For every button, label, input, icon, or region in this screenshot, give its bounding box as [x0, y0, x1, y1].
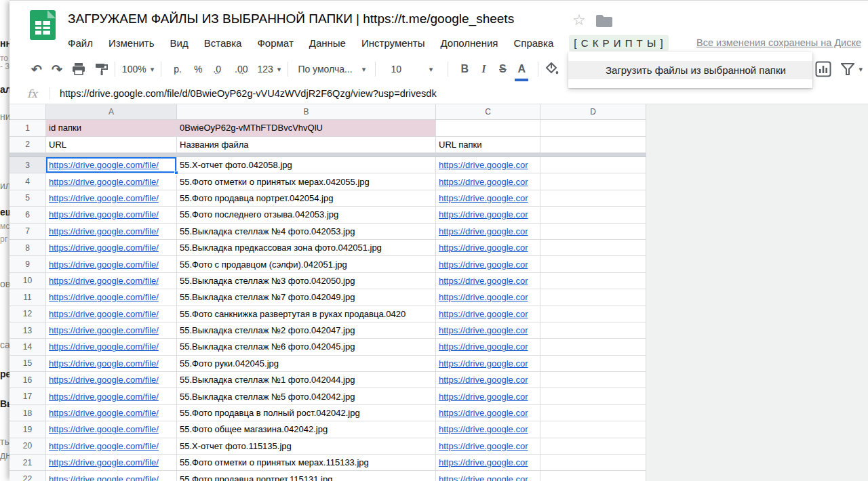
row-number[interactable]: 22	[9, 471, 46, 481]
empty-cell[interactable]	[540, 372, 646, 388]
empty-cell[interactable]	[540, 322, 646, 339]
file-link[interactable]: https://drive.google.com/file/	[49, 292, 159, 302]
menu-item[interactable]: Инструменты	[361, 37, 425, 49]
font-size-select[interactable]: 10▾	[382, 60, 441, 79]
file-url-cell[interactable]: https://drive.google.com/file/	[46, 405, 177, 421]
folder-url-cell[interactable]: https://drive.google.cor	[436, 322, 540, 339]
file-link[interactable]: https://drive.google.com/file/	[49, 309, 159, 319]
file-link[interactable]: https://drive.google.com/file/	[49, 392, 159, 402]
empty-cell[interactable]	[540, 256, 646, 272]
file-name-cell[interactable]: 55.Выкладка стеллаж №1 фото.042044.jpg	[177, 372, 436, 388]
folder-link[interactable]: https://drive.google.cor	[439, 474, 528, 481]
strikethrough-button[interactable]: S	[493, 60, 512, 79]
row-number[interactable]: 2	[9, 137, 46, 154]
file-url-cell[interactable]: https://drive.google.com/file/	[46, 207, 177, 223]
empty-cell[interactable]	[540, 289, 646, 306]
cell-id-label[interactable]: id папки	[46, 120, 177, 137]
empty-cell[interactable]	[436, 120, 540, 137]
empty-cell[interactable]	[540, 339, 646, 355]
cell-filename-header[interactable]: Названия файла	[177, 137, 436, 154]
row-number[interactable]: 21	[9, 455, 46, 471]
file-link[interactable]: https://drive.google.com/file/	[49, 226, 159, 236]
empty-cell[interactable]	[540, 224, 646, 240]
row-number[interactable]: 8	[9, 240, 46, 256]
folder-url-cell[interactable]: https://drive.google.cor	[436, 356, 540, 372]
paint-format-button[interactable]	[95, 60, 108, 79]
folder-url-cell[interactable]: https://drive.google.cor	[436, 438, 540, 455]
file-link[interactable]: https://drive.google.com/file/	[49, 276, 159, 286]
row-number[interactable]: 12	[9, 306, 46, 322]
folder-link[interactable]: https://drive.google.cor	[439, 292, 528, 302]
empty-cell[interactable]	[540, 120, 646, 137]
file-link[interactable]: https://drive.google.com/file/	[49, 325, 159, 335]
row-number[interactable]: 7	[9, 224, 46, 240]
row-number[interactable]: 4	[9, 173, 46, 190]
file-url-cell[interactable]: https://drive.google.com/file/	[46, 388, 177, 404]
file-url-cell[interactable]: https://drive.google.com/file/	[46, 157, 177, 173]
row-number[interactable]: 11	[9, 289, 46, 306]
folder-url-cell[interactable]: https://drive.google.cor	[436, 306, 540, 322]
menu-item[interactable]: Изменить	[108, 37, 155, 49]
file-name-cell[interactable]: 55.Фото отметки о принятых мерах.042055.…	[177, 173, 436, 190]
folder-url-cell[interactable]: https://drive.google.cor	[436, 289, 540, 306]
row-number[interactable]: 14	[9, 339, 46, 355]
formula-input[interactable]: https://drive.google.com/file/d/0BwieOyP…	[60, 88, 437, 99]
menu-item[interactable]: Формат	[257, 37, 293, 49]
empty-cell[interactable]	[540, 421, 646, 438]
redo-button[interactable]: ↷	[52, 60, 62, 79]
file-link[interactable]: https://drive.google.com/file/	[49, 259, 159, 270]
fill-color-button[interactable]	[545, 60, 559, 79]
empty-cell[interactable]	[540, 388, 646, 404]
file-url-cell[interactable]: https://drive.google.com/file/	[46, 421, 177, 438]
folder-url-cell[interactable]: https://drive.google.cor	[436, 421, 540, 438]
file-url-cell[interactable]: https://drive.google.com/file/	[46, 289, 177, 306]
file-name-cell[interactable]: 55.Фото последнего отзыва.042053.jpg	[177, 207, 436, 223]
file-name-cell[interactable]: 55.Выкладка стеллаж №7 фото.042049.jpg	[177, 289, 436, 306]
folder-url-cell[interactable]: https://drive.google.cor	[436, 455, 540, 471]
folder-link[interactable]: https://drive.google.cor	[439, 325, 528, 335]
menu-item[interactable]: Вид	[170, 37, 189, 49]
menu-item[interactable]: Файл	[68, 37, 93, 49]
chevron-down-icon[interactable]: ▾	[859, 65, 863, 74]
row-number[interactable]: 19	[9, 421, 46, 438]
undo-button[interactable]: ↶	[31, 60, 42, 79]
folder-link[interactable]: https://drive.google.cor	[439, 177, 528, 187]
file-name-cell[interactable]: 55.Фото продавца портрет.115131.jpg	[177, 471, 436, 481]
file-url-cell[interactable]: https://drive.google.com/file/	[46, 256, 177, 272]
filter-button[interactable]	[841, 60, 854, 79]
row-number[interactable]: 6	[9, 207, 46, 223]
column-header[interactable]: B	[177, 104, 436, 120]
empty-cell[interactable]	[540, 405, 646, 421]
file-name-cell[interactable]: 55.Выкладка стеллаж №2 фото.042047.jpg	[177, 322, 436, 339]
folder-link[interactable]: https://drive.google.cor	[439, 193, 528, 203]
file-link[interactable]: https://drive.google.com/file/	[49, 441, 159, 451]
column-header[interactable]: D	[540, 104, 646, 120]
row-number[interactable]: 10	[9, 273, 46, 289]
folder-url-cell[interactable]: https://drive.google.cor	[436, 224, 540, 240]
selection-fill-handle[interactable]	[174, 171, 178, 175]
folder-link[interactable]: https://drive.google.cor	[439, 226, 528, 236]
file-link[interactable]: https://drive.google.com/file/	[49, 160, 159, 170]
row-number[interactable]: 15	[9, 356, 46, 372]
empty-cell[interactable]	[540, 190, 646, 207]
folder-url-cell[interactable]: https://drive.google.cor	[436, 388, 540, 404]
print-button[interactable]	[72, 60, 85, 79]
folder-link[interactable]: https://drive.google.cor	[439, 358, 528, 369]
insert-chart-button[interactable]	[815, 60, 831, 79]
google-sheets-logo-icon[interactable]	[27, 9, 58, 41]
column-header[interactable]: C	[436, 104, 540, 120]
empty-cell[interactable]	[540, 438, 646, 455]
empty-cell[interactable]	[540, 471, 646, 481]
file-url-cell[interactable]: https://drive.google.com/file/	[46, 322, 177, 339]
file-url-cell[interactable]: https://drive.google.com/file/	[46, 356, 177, 372]
row-number[interactable]: 18	[9, 405, 46, 421]
empty-cell[interactable]	[540, 207, 646, 223]
file-name-cell[interactable]: 55.Фото продавца портрет.042054.jpg	[177, 190, 436, 207]
empty-cell[interactable]	[540, 273, 646, 289]
empty-cell[interactable]	[540, 173, 646, 190]
menu-item[interactable]: Данные	[309, 37, 346, 49]
file-name-cell[interactable]: 55.Фото руки.042045.jpg	[177, 356, 436, 372]
row-number[interactable]: 13	[9, 322, 46, 339]
file-link[interactable]: https://drive.google.com/file/	[49, 474, 159, 481]
currency-format-button[interactable]: р.	[168, 60, 187, 79]
